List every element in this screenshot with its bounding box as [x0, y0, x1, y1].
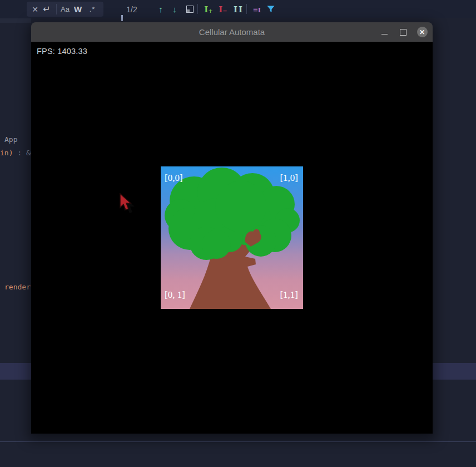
render-canvas: FPS: 1403.33 [31, 42, 433, 434]
remove-cursor-button[interactable]: I− [217, 0, 229, 18]
select-all-occurrences-button[interactable]: II [232, 0, 245, 18]
minimize-button[interactable] [380, 22, 388, 42]
close-button[interactable]: ✕ [416, 22, 428, 42]
uv-label-bottom-right: [1,1] [280, 289, 298, 301]
toolbar-divider [56, 4, 57, 14]
editor-search-toolbar: ✕ ↵ Aa W .* 1/2 ↑ ↓ I+ I− II ≡I [0, 0, 476, 18]
uv-label-top-right: [1,0] [280, 173, 298, 184]
mouse-cursor-icon [118, 193, 137, 213]
uv-label-top-left: [0,0] [165, 173, 183, 184]
fps-counter: FPS: 1403.33 [37, 47, 87, 56]
next-match-button[interactable]: ↓ [170, 0, 180, 18]
maximize-button[interactable] [399, 22, 407, 42]
window-title: Cellular Automata [31, 22, 433, 42]
selection-square-icon [186, 6, 194, 13]
regex-toggle[interactable]: .* [86, 2, 99, 17]
minimize-icon [381, 34, 388, 35]
close-icon: ✕ [417, 27, 428, 37]
code-fragment: App [4, 135, 17, 144]
match-counter: 1/2 [122, 0, 141, 18]
cellular-automata-window: Cellular Automata ✕ FPS: 1403.33 [31, 22, 433, 434]
search-in-selection-toggle[interactable] [185, 0, 195, 18]
editor-strip [0, 18, 31, 23]
tree-graphic [161, 166, 303, 309]
enter-icon[interactable]: ↵ [41, 2, 52, 17]
filter-icon[interactable] [265, 0, 276, 18]
ide-divider [0, 441, 476, 442]
funnel-icon [267, 6, 275, 13]
add-cursor-button[interactable]: I+ [202, 0, 215, 18]
whole-words-toggle[interactable]: W [72, 2, 83, 17]
uv-label-bottom-left: [0, 1] [165, 289, 185, 301]
code-fragment: render) [4, 283, 35, 291]
cursor-from-lines-button[interactable]: ≡I [250, 0, 264, 18]
tree-texture-quad: [0,0] [1,0] [0, 1] [1,1] [161, 166, 303, 309]
previous-match-button[interactable]: ↑ [156, 0, 166, 18]
toolbar-divider [197, 4, 198, 14]
toolbar-divider [246, 4, 247, 14]
maximize-icon [400, 29, 406, 36]
text-caret [121, 15, 123, 21]
match-case-toggle[interactable]: Aa [59, 2, 71, 17]
search-options-panel: ✕ ↵ Aa W .* [27, 2, 103, 17]
window-titlebar[interactable]: Cellular Automata ✕ [31, 22, 433, 42]
close-search-icon[interactable]: ✕ [31, 2, 39, 17]
